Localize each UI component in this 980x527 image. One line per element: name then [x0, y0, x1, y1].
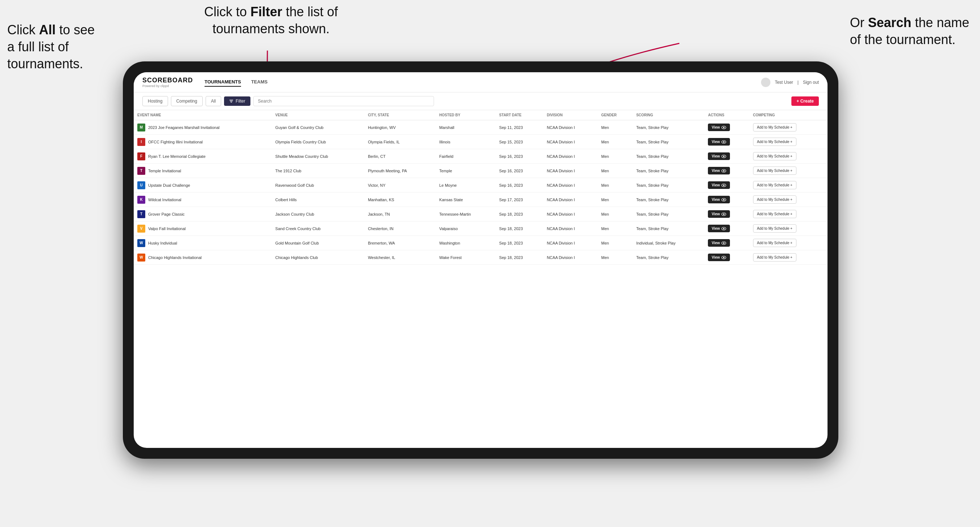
view-button[interactable]: View [708, 167, 730, 175]
add-to-schedule-button[interactable]: Add to My Schedule + [753, 253, 796, 262]
view-button[interactable]: View [708, 239, 730, 247]
city-state-cell: Berlin, CT [364, 149, 436, 163]
competing-cell: Add to My Schedule + [749, 236, 827, 250]
col-competing: COMPETING [749, 110, 827, 120]
venue-cell: Shuttle Meadow Country Club [272, 149, 364, 163]
svg-point-7 [723, 127, 724, 128]
actions-cell: View [704, 207, 749, 221]
actions-cell: View [704, 135, 749, 149]
col-gender: GENDER [598, 110, 633, 120]
actions-cell: View [704, 236, 749, 250]
event-name-cell: W Husky Individual [134, 236, 272, 250]
venue-cell: Ravenwood Golf Club [272, 178, 364, 192]
actions-cell: View [704, 149, 749, 163]
city-state-cell: Westchester, IL [364, 250, 436, 265]
eye-icon [721, 169, 726, 173]
col-division: DIVISION [543, 110, 598, 120]
hosted-by-cell: Kansas State [436, 192, 496, 207]
hosted-by-cell: Le Moyne [436, 178, 496, 192]
svg-point-21 [723, 228, 724, 229]
competing-cell: Add to My Schedule + [749, 163, 827, 178]
tab-competing[interactable]: Competing [171, 96, 203, 106]
view-button[interactable]: View [708, 225, 730, 232]
view-button[interactable]: View [708, 181, 730, 189]
header-right: Test User | Sign out [761, 78, 819, 87]
add-to-schedule-button[interactable]: Add to My Schedule + [753, 138, 796, 146]
event-name-text: Husky Individual [148, 241, 177, 245]
col-hosted-by: HOSTED BY [436, 110, 496, 120]
actions-cell: View [704, 192, 749, 207]
event-name-text: Temple Invitational [148, 169, 181, 173]
search-input[interactable] [253, 96, 434, 106]
event-name-text: Chicago Highlands Invitational [148, 256, 202, 260]
scoring-cell: Team, Stroke Play [633, 192, 705, 207]
view-button[interactable]: View [708, 138, 730, 146]
col-city-state: CITY, STATE [364, 110, 436, 120]
start-date-cell: Sep 11, 2023 [495, 120, 543, 135]
hosted-by-cell: Temple [436, 163, 496, 178]
gender-cell: Men [598, 207, 633, 221]
hosted-by-cell: Valparaiso [436, 221, 496, 236]
svg-point-17 [723, 199, 724, 200]
city-state-cell: Plymouth Meeting, PA [364, 163, 436, 178]
add-to-schedule-button[interactable]: Add to My Schedule + [753, 224, 796, 233]
view-button[interactable]: View [708, 254, 730, 261]
competing-cell: Add to My Schedule + [749, 207, 827, 221]
start-date-cell: Sep 17, 2023 [495, 192, 543, 207]
sign-out-link[interactable]: Sign out [803, 80, 819, 85]
city-state-cell: Chesterton, IN [364, 221, 436, 236]
svg-point-25 [723, 257, 724, 258]
nav-tab-teams[interactable]: TEAMS [251, 78, 268, 87]
actions-cell: View [704, 163, 749, 178]
gender-cell: Men [598, 120, 633, 135]
team-logo: W [137, 254, 145, 262]
division-cell: NCAA Division I [543, 135, 598, 149]
gender-cell: Men [598, 236, 633, 250]
scoring-cell: Team, Stroke Play [633, 163, 705, 178]
event-name-text: OFCC Fighting Illini Invitational [148, 140, 203, 144]
add-to-schedule-button[interactable]: Add to My Schedule + [753, 239, 796, 247]
add-to-schedule-button[interactable]: Add to My Schedule + [753, 181, 796, 189]
actions-cell: View [704, 250, 749, 265]
city-state-cell: Manhattan, KS [364, 192, 436, 207]
view-button[interactable]: View [708, 152, 730, 160]
svg-point-23 [723, 242, 724, 244]
tab-all[interactable]: All [205, 96, 221, 106]
start-date-cell: Sep 16, 2023 [495, 178, 543, 192]
event-name-text: Grover Page Classic [148, 212, 185, 216]
svg-point-13 [723, 170, 724, 171]
eye-icon [721, 256, 726, 259]
eye-icon [721, 213, 726, 216]
nav-tab-tournaments[interactable]: TOURNAMENTS [205, 78, 241, 87]
division-cell: NCAA Division I [543, 149, 598, 163]
user-name: Test User [775, 80, 793, 85]
view-button[interactable]: View [708, 124, 730, 131]
start-date-cell: Sep 18, 2023 [495, 207, 543, 221]
add-to-schedule-button[interactable]: Add to My Schedule + [753, 123, 796, 132]
actions-cell: View [704, 120, 749, 135]
eye-icon [721, 184, 726, 187]
team-logo: U [137, 181, 145, 189]
table-row: W Husky Individual Gold Mountain Golf Cl… [134, 236, 827, 250]
toolbar: Hosting Competing All Filter + Create [134, 92, 827, 110]
city-state-cell: Victor, NY [364, 178, 436, 192]
gender-cell: Men [598, 192, 633, 207]
event-name-cell: I OFCC Fighting Illini Invitational [134, 135, 272, 149]
view-button[interactable]: View [708, 196, 730, 203]
eye-icon [721, 198, 726, 202]
tab-hosting[interactable]: Hosting [142, 96, 168, 106]
competing-cell: Add to My Schedule + [749, 135, 827, 149]
logo-scoreboard: SCOREBOARD [142, 76, 193, 84]
filter-button[interactable]: Filter [224, 97, 250, 106]
add-to-schedule-button[interactable]: Add to My Schedule + [753, 152, 796, 160]
create-button[interactable]: + Create [791, 97, 819, 106]
eye-icon [721, 155, 726, 158]
start-date-cell: Sep 16, 2023 [495, 163, 543, 178]
add-to-schedule-button[interactable]: Add to My Schedule + [753, 210, 796, 218]
add-to-schedule-button[interactable]: Add to My Schedule + [753, 167, 796, 175]
scoring-cell: Team, Stroke Play [633, 120, 705, 135]
view-button[interactable]: View [708, 210, 730, 218]
division-cell: NCAA Division I [543, 250, 598, 265]
add-to-schedule-button[interactable]: Add to My Schedule + [753, 195, 796, 204]
logo-area: SCOREBOARD Powered by clippd [142, 76, 193, 88]
